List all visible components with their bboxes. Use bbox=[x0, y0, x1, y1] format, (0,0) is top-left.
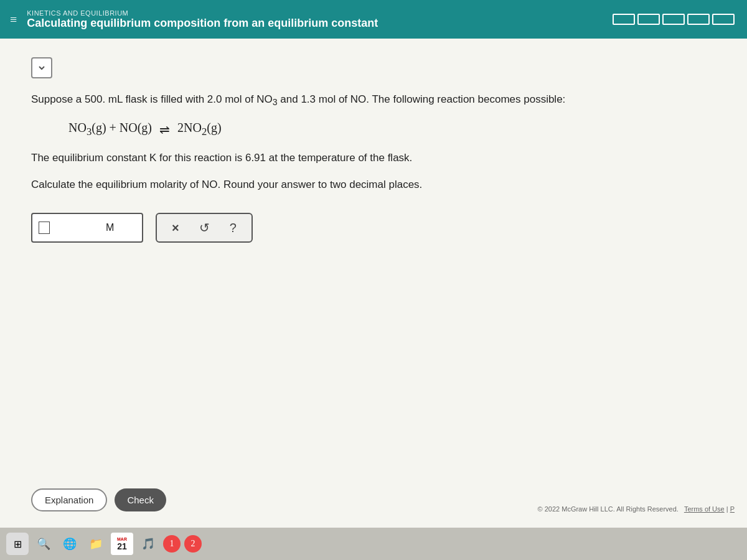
taskbar-search-icon[interactable]: 🔍 bbox=[32, 533, 55, 555]
problem-line2: Calculate the equilibrium molarity of NO… bbox=[31, 176, 716, 193]
taskbar-grid-icon[interactable]: ⊞ bbox=[6, 533, 29, 555]
unit-label: M bbox=[106, 222, 114, 233]
equilibrium-arrow: ⇌ bbox=[159, 122, 170, 137]
taskbar-calendar-icon[interactable]: MAR 21 bbox=[111, 533, 133, 555]
hamburger-icon[interactable]: ≡ bbox=[10, 12, 17, 27]
chemical-equation: NO3(g) + NO(g) ⇌ 2NO2(g) bbox=[68, 121, 716, 138]
main-content: Suppose a 500. mL flask is filled with 2… bbox=[0, 39, 747, 549]
eq-left: NO3(g) + NO(g) bbox=[68, 121, 152, 138]
progress-seg-1 bbox=[613, 14, 635, 25]
progress-bar-area bbox=[613, 14, 735, 25]
undo-icon: ↺ bbox=[199, 220, 210, 235]
eq-right: 2NO2(g) bbox=[177, 121, 222, 138]
terms-link[interactable]: Terms of Use bbox=[684, 505, 725, 513]
footer-legal: © 2022 McGraw Hill LLC. All Rights Reser… bbox=[538, 505, 735, 513]
answer-input-box bbox=[39, 222, 50, 234]
expand-button[interactable] bbox=[31, 57, 52, 78]
answer-row: M × ↺ ? bbox=[31, 213, 716, 243]
footer-separator: | bbox=[726, 505, 728, 513]
answer-input-wrapper[interactable]: M bbox=[31, 213, 143, 243]
close-icon: × bbox=[172, 221, 179, 235]
taskbar-chrome-icon[interactable]: 🌐 bbox=[59, 533, 81, 555]
taskbar-music-icon[interactable]: 🎵 bbox=[137, 533, 159, 555]
header-subtitle: KINETICS AND EQUILIBRIUM bbox=[27, 9, 378, 17]
bottom-buttons: Explanation Check bbox=[31, 488, 166, 511]
progress-seg-5 bbox=[712, 14, 735, 25]
taskbar-notification-1[interactable]: 1 bbox=[163, 535, 181, 553]
taskbar-month: MAR bbox=[117, 537, 127, 541]
check-button[interactable]: Check bbox=[115, 488, 166, 511]
progress-seg-2 bbox=[637, 14, 660, 25]
copyright-text: © 2022 McGraw Hill LLC. All Rights Reser… bbox=[538, 505, 679, 513]
taskbar-folder-icon[interactable]: 📁 bbox=[85, 533, 107, 555]
header-text-group: KINETICS AND EQUILIBRIUM Calculating equ… bbox=[27, 9, 378, 30]
progress-seg-4 bbox=[687, 14, 710, 25]
intro-text: Suppose a 500. mL flask is filled with 2… bbox=[31, 93, 565, 105]
problem-intro: Suppose a 500. mL flask is filled with 2… bbox=[31, 91, 716, 110]
privacy-link[interactable]: P bbox=[730, 505, 735, 513]
explanation-button[interactable]: Explanation bbox=[31, 488, 107, 511]
header-title: Calculating equilibrium composition from… bbox=[27, 17, 378, 30]
answer-input[interactable] bbox=[54, 222, 103, 233]
action-buttons-group: × ↺ ? bbox=[156, 213, 253, 243]
close-button[interactable]: × bbox=[169, 218, 182, 238]
taskbar-day: 21 bbox=[117, 541, 127, 551]
help-button[interactable]: ? bbox=[227, 218, 239, 238]
problem-line1: The equilibrium constant K for this reac… bbox=[31, 149, 716, 166]
undo-button[interactable]: ↺ bbox=[197, 218, 212, 238]
progress-seg-3 bbox=[662, 14, 685, 25]
taskbar-notification-2[interactable]: 2 bbox=[184, 535, 202, 553]
help-icon: ? bbox=[230, 221, 237, 235]
taskbar: ⊞ 🔍 🌐 📁 MAR 21 🎵 1 2 bbox=[0, 528, 747, 560]
header-bar: ≡ KINETICS AND EQUILIBRIUM Calculating e… bbox=[0, 0, 747, 39]
